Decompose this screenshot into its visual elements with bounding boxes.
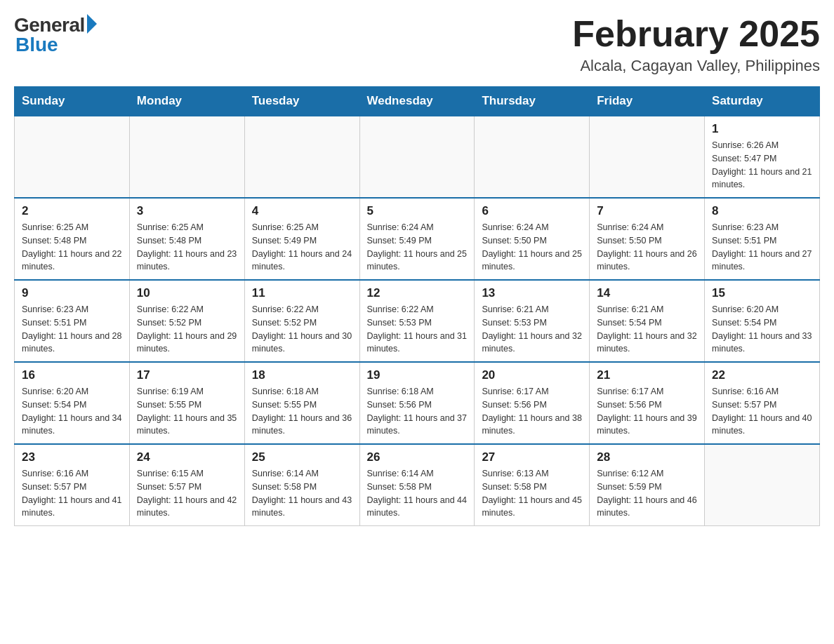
weekday-header-saturday: Saturday — [705, 87, 820, 116]
day-info: Sunrise: 6:23 AMSunset: 5:51 PMDaylight:… — [712, 221, 812, 274]
day-number: 17 — [137, 368, 237, 382]
calendar-cell: 23Sunrise: 6:16 AMSunset: 5:57 PMDayligh… — [15, 444, 130, 526]
day-info: Sunrise: 6:16 AMSunset: 5:57 PMDaylight:… — [22, 467, 122, 520]
day-info: Sunrise: 6:24 AMSunset: 5:49 PMDaylight:… — [367, 221, 468, 274]
week-row-4: 16Sunrise: 6:20 AMSunset: 5:54 PMDayligh… — [15, 362, 820, 444]
calendar-cell: 28Sunrise: 6:12 AMSunset: 5:59 PMDayligh… — [590, 444, 705, 526]
week-row-1: 1Sunrise: 6:26 AMSunset: 5:47 PMDaylight… — [15, 116, 820, 198]
calendar-cell — [359, 116, 475, 198]
calendar-table: SundayMondayTuesdayWednesdayThursdayFrid… — [14, 86, 820, 526]
calendar-cell: 15Sunrise: 6:20 AMSunset: 5:54 PMDayligh… — [705, 280, 820, 362]
calendar-cell: 11Sunrise: 6:22 AMSunset: 5:52 PMDayligh… — [244, 280, 359, 362]
day-info: Sunrise: 6:14 AMSunset: 5:58 PMDaylight:… — [367, 467, 468, 520]
day-number: 3 — [137, 204, 237, 218]
title-area: February 2025 Alcala, Cagayan Valley, Ph… — [572, 14, 820, 75]
calendar-cell: 6Sunrise: 6:24 AMSunset: 5:50 PMDaylight… — [475, 198, 590, 280]
day-info: Sunrise: 6:14 AMSunset: 5:58 PMDaylight:… — [252, 467, 352, 520]
day-number: 16 — [22, 368, 122, 382]
day-info: Sunrise: 6:13 AMSunset: 5:58 PMDaylight:… — [482, 467, 582, 520]
calendar-cell — [475, 116, 590, 198]
day-info: Sunrise: 6:16 AMSunset: 5:57 PMDaylight:… — [712, 385, 812, 438]
calendar-cell: 21Sunrise: 6:17 AMSunset: 5:56 PMDayligh… — [590, 362, 705, 444]
day-number: 11 — [252, 286, 352, 300]
weekday-header-tuesday: Tuesday — [244, 87, 359, 116]
calendar-cell — [15, 116, 130, 198]
day-info: Sunrise: 6:22 AMSunset: 5:52 PMDaylight:… — [137, 303, 237, 356]
day-info: Sunrise: 6:17 AMSunset: 5:56 PMDaylight:… — [482, 385, 582, 438]
day-number: 26 — [367, 450, 468, 464]
calendar-cell: 12Sunrise: 6:22 AMSunset: 5:53 PMDayligh… — [359, 280, 475, 362]
header: General Blue February 2025 Alcala, Cagay… — [14, 14, 820, 75]
calendar-cell: 27Sunrise: 6:13 AMSunset: 5:58 PMDayligh… — [475, 444, 590, 526]
calendar-cell: 4Sunrise: 6:25 AMSunset: 5:49 PMDaylight… — [244, 198, 359, 280]
week-row-5: 23Sunrise: 6:16 AMSunset: 5:57 PMDayligh… — [15, 444, 820, 526]
day-number: 22 — [712, 368, 812, 382]
day-number: 6 — [482, 204, 582, 218]
calendar-cell: 25Sunrise: 6:14 AMSunset: 5:58 PMDayligh… — [244, 444, 359, 526]
day-number: 21 — [597, 368, 697, 382]
day-info: Sunrise: 6:20 AMSunset: 5:54 PMDaylight:… — [712, 303, 812, 356]
calendar-cell: 14Sunrise: 6:21 AMSunset: 5:54 PMDayligh… — [590, 280, 705, 362]
day-info: Sunrise: 6:12 AMSunset: 5:59 PMDaylight:… — [597, 467, 697, 520]
day-info: Sunrise: 6:20 AMSunset: 5:54 PMDaylight:… — [22, 385, 122, 438]
weekday-header-monday: Monday — [129, 87, 244, 116]
day-info: Sunrise: 6:21 AMSunset: 5:53 PMDaylight:… — [482, 303, 582, 356]
day-info: Sunrise: 6:17 AMSunset: 5:56 PMDaylight:… — [597, 385, 697, 438]
day-info: Sunrise: 6:25 AMSunset: 5:48 PMDaylight:… — [137, 221, 237, 274]
day-number: 28 — [597, 450, 697, 464]
day-number: 23 — [22, 450, 122, 464]
day-info: Sunrise: 6:26 AMSunset: 5:47 PMDaylight:… — [712, 139, 812, 192]
weekday-header-wednesday: Wednesday — [359, 87, 475, 116]
day-info: Sunrise: 6:23 AMSunset: 5:51 PMDaylight:… — [22, 303, 122, 356]
weekday-header-row: SundayMondayTuesdayWednesdayThursdayFrid… — [15, 87, 820, 116]
calendar-cell — [244, 116, 359, 198]
day-number: 2 — [22, 204, 122, 218]
logo-arrow-icon — [87, 14, 97, 34]
logo: General Blue — [14, 14, 97, 56]
calendar-cell: 13Sunrise: 6:21 AMSunset: 5:53 PMDayligh… — [475, 280, 590, 362]
day-number: 20 — [482, 368, 582, 382]
day-number: 14 — [597, 286, 697, 300]
calendar-cell: 26Sunrise: 6:14 AMSunset: 5:58 PMDayligh… — [359, 444, 475, 526]
weekday-header-sunday: Sunday — [15, 87, 130, 116]
calendar-cell: 20Sunrise: 6:17 AMSunset: 5:56 PMDayligh… — [475, 362, 590, 444]
calendar-cell: 19Sunrise: 6:18 AMSunset: 5:56 PMDayligh… — [359, 362, 475, 444]
month-year-title: February 2025 — [572, 14, 820, 54]
day-info: Sunrise: 6:19 AMSunset: 5:55 PMDaylight:… — [137, 385, 237, 438]
day-number: 27 — [482, 450, 582, 464]
day-info: Sunrise: 6:22 AMSunset: 5:52 PMDaylight:… — [252, 303, 352, 356]
calendar-cell — [705, 444, 820, 526]
calendar-cell: 3Sunrise: 6:25 AMSunset: 5:48 PMDaylight… — [129, 198, 244, 280]
calendar-cell — [129, 116, 244, 198]
calendar-cell: 16Sunrise: 6:20 AMSunset: 5:54 PMDayligh… — [15, 362, 130, 444]
day-number: 12 — [367, 286, 468, 300]
weekday-header-thursday: Thursday — [475, 87, 590, 116]
day-info: Sunrise: 6:25 AMSunset: 5:48 PMDaylight:… — [22, 221, 122, 274]
day-number: 9 — [22, 286, 122, 300]
calendar-cell — [590, 116, 705, 198]
day-info: Sunrise: 6:25 AMSunset: 5:49 PMDaylight:… — [252, 221, 352, 274]
week-row-3: 9Sunrise: 6:23 AMSunset: 5:51 PMDaylight… — [15, 280, 820, 362]
day-number: 10 — [137, 286, 237, 300]
calendar-cell: 5Sunrise: 6:24 AMSunset: 5:49 PMDaylight… — [359, 198, 475, 280]
day-number: 19 — [367, 368, 468, 382]
day-info: Sunrise: 6:18 AMSunset: 5:55 PMDaylight:… — [252, 385, 352, 438]
calendar-cell: 17Sunrise: 6:19 AMSunset: 5:55 PMDayligh… — [129, 362, 244, 444]
day-number: 5 — [367, 204, 468, 218]
day-info: Sunrise: 6:21 AMSunset: 5:54 PMDaylight:… — [597, 303, 697, 356]
day-number: 13 — [482, 286, 582, 300]
calendar-cell: 9Sunrise: 6:23 AMSunset: 5:51 PMDaylight… — [15, 280, 130, 362]
calendar-cell: 1Sunrise: 6:26 AMSunset: 5:47 PMDaylight… — [705, 116, 820, 198]
day-info: Sunrise: 6:22 AMSunset: 5:53 PMDaylight:… — [367, 303, 468, 356]
week-row-2: 2Sunrise: 6:25 AMSunset: 5:48 PMDaylight… — [15, 198, 820, 280]
day-number: 25 — [252, 450, 352, 464]
day-number: 7 — [597, 204, 697, 218]
calendar-cell: 10Sunrise: 6:22 AMSunset: 5:52 PMDayligh… — [129, 280, 244, 362]
calendar-cell: 8Sunrise: 6:23 AMSunset: 5:51 PMDaylight… — [705, 198, 820, 280]
calendar-cell: 22Sunrise: 6:16 AMSunset: 5:57 PMDayligh… — [705, 362, 820, 444]
day-number: 18 — [252, 368, 352, 382]
location-subtitle: Alcala, Cagayan Valley, Philippines — [572, 57, 820, 75]
day-number: 24 — [137, 450, 237, 464]
calendar-cell: 18Sunrise: 6:18 AMSunset: 5:55 PMDayligh… — [244, 362, 359, 444]
calendar-cell: 24Sunrise: 6:15 AMSunset: 5:57 PMDayligh… — [129, 444, 244, 526]
